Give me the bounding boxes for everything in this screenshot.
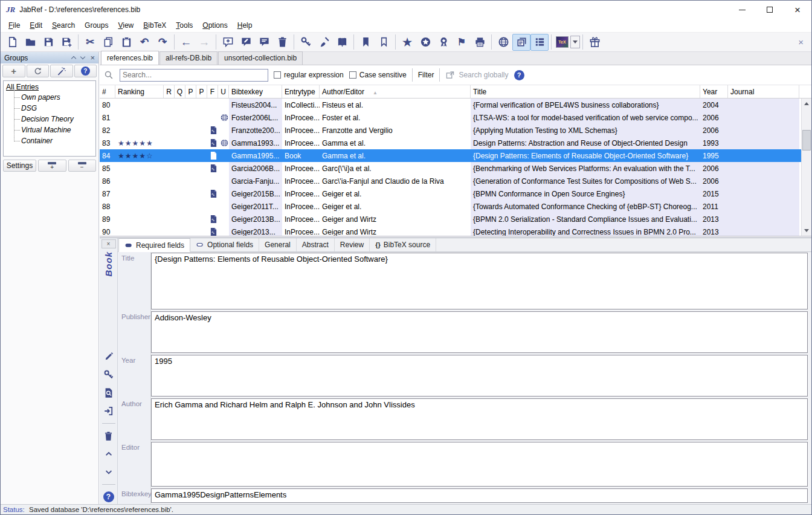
editor-tab-bibtex-source[interactable]: {}BibTeX source bbox=[370, 238, 436, 251]
column-header-title-11[interactable]: Title bbox=[471, 85, 700, 98]
file-tab-1[interactable]: all-refs-DB.bib bbox=[160, 51, 218, 65]
merge-entries-button[interactable] bbox=[333, 34, 351, 51]
generate-keys-button[interactable] bbox=[297, 34, 315, 51]
menu-help[interactable]: Help bbox=[233, 20, 257, 31]
copy-button[interactable] bbox=[99, 34, 117, 51]
minimize-button[interactable] bbox=[728, 1, 756, 19]
column-header-bibtexkey-8[interactable]: Bibtexkey bbox=[229, 85, 282, 98]
forward-button[interactable]: → bbox=[195, 34, 213, 51]
panel-down-icon[interactable] bbox=[80, 54, 85, 59]
field-input-year[interactable]: 1995 bbox=[151, 355, 808, 397]
close-button[interactable]: × bbox=[784, 1, 811, 19]
undo-button[interactable]: ↶ bbox=[135, 34, 153, 51]
table-row-87[interactable]: 87Geiger2015B...InProcee...Geiger et al.… bbox=[100, 187, 811, 200]
table-row-81[interactable]: 81Foster2006L...InProcee...Foster et al.… bbox=[100, 111, 811, 124]
edit-pencil-button[interactable] bbox=[103, 351, 115, 363]
group-item[interactable]: Container bbox=[10, 135, 95, 146]
table-row-80[interactable]: 80Fisteus2004...InCollecti...Fisteus et … bbox=[100, 99, 811, 111]
column-header-ranking-1[interactable]: Ranking bbox=[115, 85, 164, 98]
search-globally-button[interactable]: Search globally bbox=[445, 70, 508, 80]
menu-groups[interactable]: Groups bbox=[80, 20, 113, 31]
column-header-p-4[interactable]: P bbox=[185, 85, 196, 98]
table-row-84[interactable]: 84★★★★☆Gamma1995...BookGamma et al.{Desi… bbox=[100, 149, 811, 162]
table-row-83[interactable]: 83★★★★★Gamma1993...InProcee...Gamma et a… bbox=[100, 137, 811, 149]
cleanup-entries-button[interactable] bbox=[315, 34, 333, 51]
column-header-p-5[interactable]: P bbox=[196, 85, 207, 98]
menu-view[interactable]: View bbox=[113, 20, 138, 31]
field-input-bibtexkey[interactable]: Gamma1995DesignPatternsElements bbox=[151, 488, 808, 503]
group-item[interactable]: Virtual Machine bbox=[10, 125, 95, 135]
column-header-u-7[interactable]: U bbox=[218, 85, 229, 98]
table-row-86[interactable]: 86Garcia-Fanju...InProcee...Garc\'ia-Fan… bbox=[100, 175, 811, 187]
regex-checkbox[interactable] bbox=[274, 71, 281, 79]
save-all-button[interactable] bbox=[57, 34, 76, 51]
push-to-latex-button[interactable]: TeX bbox=[554, 34, 570, 51]
editor-tab-general[interactable]: General bbox=[259, 238, 297, 251]
column-header-year-12[interactable]: Year bbox=[700, 85, 728, 98]
help-button[interactable]: ? bbox=[103, 491, 115, 503]
chevron-up-button[interactable] bbox=[103, 448, 115, 460]
search-input[interactable] bbox=[120, 69, 268, 82]
column-header-num-0[interactable]: # bbox=[100, 85, 115, 98]
collapse-subgroups-button[interactable]: − bbox=[68, 160, 97, 172]
toggle-preview-button[interactable] bbox=[530, 34, 549, 51]
menu-search[interactable]: Search bbox=[47, 20, 80, 31]
table-row-82[interactable]: 82Franzotte200...InProcee...Franzotte an… bbox=[100, 124, 811, 137]
toolbar-close-icon[interactable]: × bbox=[798, 37, 804, 47]
menu-edit[interactable]: Edit bbox=[25, 20, 47, 31]
editor-close-button[interactable]: × bbox=[102, 239, 116, 248]
menu-options[interactable]: Options bbox=[198, 20, 232, 31]
toggle-groups-button[interactable] bbox=[512, 34, 530, 51]
search-help-button[interactable]: ? bbox=[514, 70, 524, 80]
table-scrollbar[interactable] bbox=[801, 99, 811, 236]
table-row-89[interactable]: 89Geiger2013B...InProcee...Geiger and Wi… bbox=[100, 213, 811, 225]
field-input-publisher[interactable]: Addison-Wesley bbox=[151, 311, 808, 353]
mark-entries-button[interactable] bbox=[356, 34, 375, 51]
relevance-button[interactable]: ★ bbox=[398, 34, 416, 51]
scroll-down-button[interactable] bbox=[802, 226, 811, 236]
editor-tab-optional-fields[interactable]: Optional fields bbox=[190, 238, 259, 251]
panel-close-icon[interactable]: × bbox=[90, 54, 95, 62]
column-header-q-3[interactable]: Q bbox=[175, 85, 185, 98]
add-group-button[interactable]: + bbox=[2, 65, 25, 77]
unmark-entries-button[interactable] bbox=[375, 34, 393, 51]
groups-help-button[interactable]: ? bbox=[74, 65, 97, 77]
open-database-button[interactable] bbox=[21, 34, 39, 51]
expand-subgroups-button[interactable]: + bbox=[38, 160, 66, 172]
back-button[interactable]: ← bbox=[177, 34, 195, 51]
paste-button[interactable] bbox=[117, 34, 135, 51]
column-header-entrytype-9[interactable]: Entrytype bbox=[282, 85, 320, 98]
column-header-f-6[interactable]: F bbox=[207, 85, 218, 98]
field-input-editor[interactable] bbox=[151, 442, 808, 487]
delete-trash-button[interactable] bbox=[103, 430, 115, 442]
maximize-button[interactable] bbox=[756, 1, 784, 19]
group-item[interactable]: Decision Theory bbox=[10, 114, 95, 125]
ranking-button[interactable] bbox=[434, 34, 453, 51]
printed-button[interactable] bbox=[471, 34, 489, 51]
refresh-groups-button[interactable] bbox=[27, 65, 50, 77]
chevron-down-button[interactable] bbox=[103, 466, 115, 478]
cut-button[interactable]: ✂ bbox=[81, 34, 99, 51]
generate-key-button[interactable] bbox=[103, 369, 115, 381]
menu-bibtex[interactable]: BibTeX bbox=[138, 20, 171, 31]
file-tab-2[interactable]: unsorted-collection.bib bbox=[218, 51, 303, 65]
scrollbar-thumb[interactable] bbox=[802, 130, 811, 151]
table-row-85[interactable]: 85Garcia2006B...InProcee...Garc{\'\i}a e… bbox=[100, 162, 811, 175]
filter-button[interactable]: Filter bbox=[418, 71, 434, 79]
new-version-button[interactable] bbox=[585, 34, 604, 51]
file-tab-0[interactable]: references.bib bbox=[101, 51, 159, 65]
redo-button[interactable]: ↷ bbox=[153, 34, 172, 51]
new-entry-button[interactable] bbox=[219, 34, 237, 51]
menu-tools[interactable]: Tools bbox=[171, 20, 198, 31]
editor-tab-required-fields[interactable]: Required fields bbox=[118, 238, 190, 252]
column-header-journal-13[interactable]: Journal bbox=[728, 85, 799, 98]
group-item[interactable]: Own papers bbox=[10, 92, 95, 103]
column-header-author-editor-10[interactable]: Author/Editor▲ bbox=[320, 85, 471, 98]
delete-entry-button[interactable] bbox=[273, 34, 291, 51]
new-database-button[interactable] bbox=[3, 34, 21, 51]
document-search-button[interactable] bbox=[103, 387, 115, 399]
table-row-90[interactable]: 90Geiger2013...InProcee...Geiger and Wir… bbox=[100, 225, 811, 236]
field-input-author[interactable]: Erich Gamma and Richard Helm and Ralph E… bbox=[151, 398, 808, 440]
priority-button[interactable]: ⚑ bbox=[453, 34, 471, 51]
editor-tab-abstract[interactable]: Abstract bbox=[297, 238, 335, 251]
